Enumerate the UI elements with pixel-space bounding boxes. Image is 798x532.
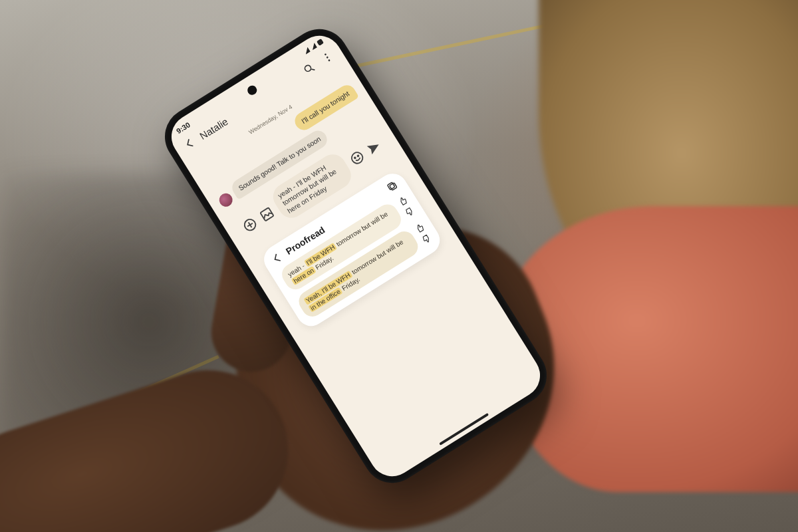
thumbs-down-icon[interactable] xyxy=(420,232,432,245)
gallery-icon[interactable] xyxy=(257,204,277,224)
search-icon[interactable] xyxy=(301,61,318,77)
svg-point-6 xyxy=(350,150,365,166)
emoji-icon[interactable] xyxy=(347,148,367,168)
thumbs-down-icon[interactable] xyxy=(403,205,416,217)
svg-point-7 xyxy=(354,157,356,159)
svg-rect-5 xyxy=(260,207,273,221)
back-icon[interactable] xyxy=(269,249,285,266)
svg-point-1 xyxy=(325,53,327,56)
svg-point-2 xyxy=(326,56,329,59)
more-icon[interactable] xyxy=(319,49,336,66)
signal-icon xyxy=(303,47,311,55)
wifi-icon xyxy=(310,43,317,50)
svg-point-0 xyxy=(304,65,312,72)
avatar[interactable] xyxy=(217,191,235,209)
send-icon[interactable] xyxy=(364,137,384,157)
svg-point-3 xyxy=(328,59,331,62)
add-icon[interactable] xyxy=(240,215,260,235)
back-icon[interactable] xyxy=(182,135,198,152)
thumbs-up-icon[interactable] xyxy=(396,195,409,207)
svg-point-8 xyxy=(357,155,359,157)
battery-icon xyxy=(317,39,324,46)
copy-icon[interactable] xyxy=(384,178,400,194)
thumbs-up-icon[interactable] xyxy=(414,221,426,234)
